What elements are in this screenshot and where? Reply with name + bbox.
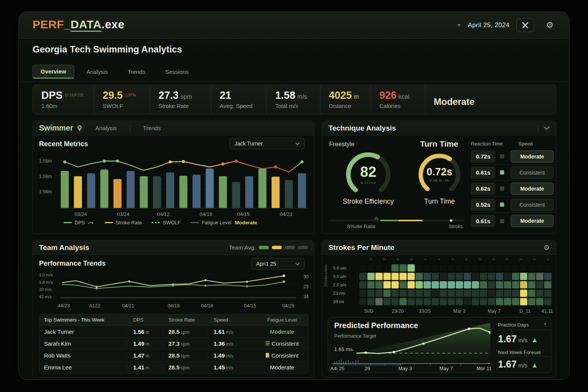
heatmap-cell — [423, 289, 431, 297]
stat-total: 1.58m/s Total m/s — [267, 85, 320, 114]
heatmap-cell — [488, 273, 495, 280]
heatmap-cell — [528, 289, 536, 297]
heatmap-cell — [520, 273, 528, 280]
recent-xtick: 04/23 — [280, 211, 292, 217]
reaction-row: 0.72s Moderate — [471, 149, 554, 165]
heatmap-cell — [544, 273, 552, 280]
heatmap-cell — [375, 273, 383, 280]
heatmap-top-ticks: 1123213146911232331233111 — [359, 258, 552, 262]
heatmap-cell — [544, 298, 552, 305]
heatmap-cell — [375, 281, 383, 289]
settings-button[interactable]: ⚙ — [541, 18, 559, 32]
heatmap-cell — [528, 264, 536, 272]
heatmap-cell — [480, 289, 487, 297]
heatmap-xtick: SI/D — [364, 309, 373, 314]
heatmap-cell — [399, 264, 407, 272]
predicted-xtick: May 7 — [439, 366, 453, 371]
stat-dps-sub: 1.60m — [41, 103, 94, 109]
predicted-xtick: Mor 11 — [477, 366, 492, 371]
fatigue-badge: Moderate — [251, 328, 308, 335]
reaction-time-value: 0.61s — [471, 215, 495, 227]
swimmer-tab-analysis[interactable]: Analysis — [95, 125, 117, 131]
legend-swolf: SWOLF — [152, 220, 180, 225]
table-row: Emma Lee 1.41m 28.5spm 1.45m/s Moderate — [39, 361, 308, 373]
th-rate: Stroke Rate — [163, 317, 208, 323]
heatmap-cell — [399, 281, 407, 289]
date-marker-icon — [457, 24, 461, 27]
swimmer-select-value: Jack Turner — [235, 140, 263, 147]
recent-xtick: 04/12 — [157, 211, 170, 217]
tools-icon — [521, 21, 529, 29]
heatmap-cell — [528, 298, 536, 305]
stat-calories: 926kcal Calories — [371, 85, 425, 114]
heatmap-cell — [367, 273, 375, 280]
stat-dps: DPS(0.16)F29€ 1.60m — [33, 85, 94, 114]
tab-sessions[interactable]: Sessions — [158, 65, 196, 78]
gauge-glitch-text: 3.4B.3L-4S — [415, 179, 464, 182]
trends-rtick: 23 — [304, 284, 309, 289]
legend-fatigue: Fatigue Level Moderate — [191, 220, 257, 225]
collapse-button[interactable] — [538, 124, 550, 132]
square-icon — [266, 353, 269, 358]
trend-arrow-icon — [88, 221, 95, 225]
swimmer-select[interactable]: Jack Turner — [230, 138, 305, 149]
tab-overview[interactable]: Overview — [33, 65, 74, 78]
gear-icon[interactable]: ⚙ — [544, 244, 550, 251]
performance-trends-chart — [59, 272, 298, 302]
reaction-row: 0.61s Moderate — [471, 213, 554, 229]
swimmer-panel: Swimmer Analysis Trends Recent Metrics J… — [33, 121, 314, 234]
up-arrow-icon: ▲ — [531, 361, 538, 369]
heatmap-cell — [431, 264, 439, 272]
heatmap-cell — [375, 264, 383, 272]
heatmap-cell — [472, 298, 479, 305]
trends-date-select[interactable]: Apri1 25 — [251, 258, 305, 270]
th-fatigue: Fatigue Level — [251, 317, 308, 323]
team-avg-label: Team Avg. — [229, 244, 256, 251]
tools-button[interactable] — [516, 18, 534, 32]
heatmap-cell — [367, 298, 375, 305]
recent-xtick: 04/18 — [200, 211, 212, 217]
heatmap-cell — [431, 281, 439, 289]
heatmap-cell — [536, 298, 544, 305]
heatmap-cell — [536, 273, 544, 280]
heatmap-cell — [480, 298, 487, 305]
recent-metrics-title: Recent Metrics — [39, 140, 88, 148]
heatmap-cell — [359, 298, 367, 305]
heatmap-cell — [536, 289, 544, 297]
recent-xtick: 03/24 — [75, 211, 87, 217]
heatmap-cell — [488, 281, 495, 289]
stat-stroke-rate-value: 27.3 — [158, 90, 179, 101]
stat-total-value: 1.58 — [275, 90, 296, 101]
turn-time-value: 0.72s 3.4B.3L-4S — [415, 166, 464, 182]
heatmap-cell — [512, 273, 519, 280]
heatmap-cell — [448, 264, 455, 272]
team-panel: Team Analysis Team Avg. Performance Tren… — [33, 240, 314, 378]
stroke-efficiency-value: 82 M.157%E — [342, 164, 394, 185]
swimmer-name: Emma Lee — [39, 364, 127, 371]
swimmer-tab-trends[interactable]: Trends — [143, 125, 161, 131]
heatmap-cell — [480, 281, 487, 289]
stat-calories-value: 926 — [379, 90, 397, 101]
legend-swolf-swatch — [152, 222, 160, 223]
predicted-xtick: May 3 — [399, 366, 412, 371]
practice-days-value: 1.67m/s▲ — [498, 333, 538, 345]
stat-distance: 4025m Distance — [320, 85, 371, 114]
stat-dps-note: (0.16)F29€ — [65, 93, 84, 97]
fatigue-badge: Moderate — [251, 364, 308, 371]
tab-trends[interactable]: Trends — [120, 65, 153, 78]
tab-analysis[interactable]: Analysis — [79, 65, 116, 78]
trends-ltick: 1.0 m/s — [39, 273, 53, 277]
heatmap-cell — [504, 273, 511, 280]
trends-ltick: 30 m/s — [39, 287, 52, 292]
practice-days-selector[interactable]: Practice Days ▼ — [498, 322, 547, 328]
speed-status-chip: Moderate — [511, 215, 554, 227]
heatmap-cell — [520, 281, 528, 289]
speed-status-chip: Consistent — [511, 199, 554, 211]
heatmap-cell — [496, 273, 503, 280]
current-date[interactable]: April 25, 2024 — [468, 21, 510, 29]
heatmap-cell — [464, 289, 471, 297]
stat-avg-speed-value: 21 — [220, 90, 231, 101]
predicted-chart — [356, 320, 490, 363]
heatmap-cell — [448, 298, 455, 305]
heatmap-cell — [480, 264, 487, 272]
